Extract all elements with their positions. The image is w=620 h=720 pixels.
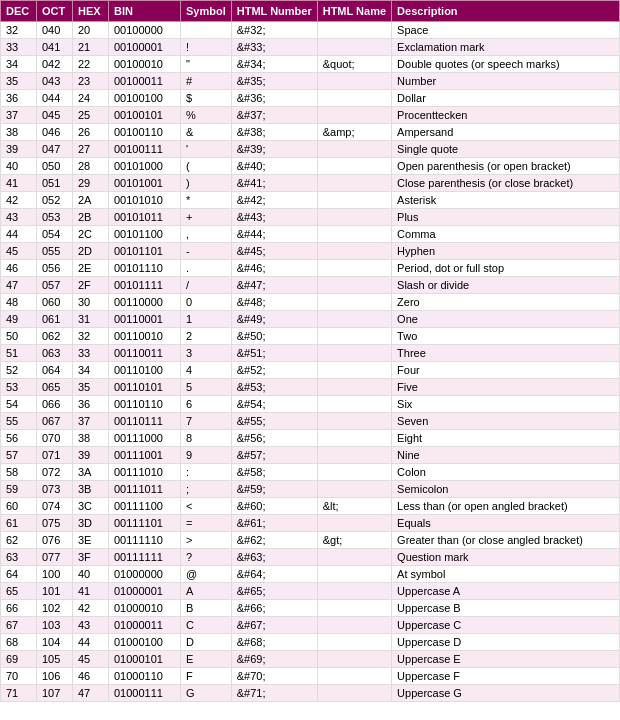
table-cell: 61: [1, 515, 37, 532]
table-cell: ?: [181, 549, 232, 566]
table-cell: 3D: [73, 515, 109, 532]
table-cell: 056: [37, 260, 73, 277]
table-row: 360442400100100$&#36;Dollar: [1, 90, 620, 107]
table-cell: 045: [37, 107, 73, 124]
table-cell: 68: [1, 634, 37, 651]
table-cell: [317, 413, 391, 430]
table-cell: &#57;: [231, 447, 317, 464]
table-cell: 01000011: [109, 617, 181, 634]
table-cell: 27: [73, 141, 109, 158]
table-row: 5306535001101015&#53;Five: [1, 379, 620, 396]
table-cell: 60: [1, 498, 37, 515]
table-row: 330412100100001!&#33;Exclamation mark: [1, 39, 620, 56]
table-cell: Comma: [392, 226, 620, 243]
table-cell: 52: [1, 362, 37, 379]
table-cell: &#48;: [231, 294, 317, 311]
table-cell: [317, 617, 391, 634]
table-cell: #: [181, 73, 232, 90]
table-cell: &#58;: [231, 464, 317, 481]
table-row: 590733B00111011;&#59;Semicolon: [1, 481, 620, 498]
table-cell: 55: [1, 413, 37, 430]
table-row: 651014101000001A&#65;Uppercase A: [1, 583, 620, 600]
table-row: 620763E00111110>&#62;&gt;Greater than (o…: [1, 532, 620, 549]
table-row: 661024201000010B&#66;Uppercase B: [1, 600, 620, 617]
table-cell: 00111001: [109, 447, 181, 464]
table-cell: 103: [37, 617, 73, 634]
table-cell: 49: [1, 311, 37, 328]
table-cell: 2B: [73, 209, 109, 226]
table-cell: 45: [1, 243, 37, 260]
header-bin: BIN: [109, 1, 181, 22]
table-row: 5206434001101004&#52;Four: [1, 362, 620, 379]
table-cell: &lt;: [317, 498, 391, 515]
table-cell: 00101111: [109, 277, 181, 294]
table-cell: 30: [73, 294, 109, 311]
table-cell: &#56;: [231, 430, 317, 447]
header-hex: HEX: [73, 1, 109, 22]
table-cell: 65: [1, 583, 37, 600]
table-cell: 26: [73, 124, 109, 141]
table-cell: A: [181, 583, 232, 600]
table-cell: &#46;: [231, 260, 317, 277]
table-cell: >: [181, 532, 232, 549]
table-cell: 33: [1, 39, 37, 56]
table-cell: 00100110: [109, 124, 181, 141]
table-cell: 71: [1, 685, 37, 702]
table-row: 610753D00111101=&#61;Equals: [1, 515, 620, 532]
table-cell: 44: [73, 634, 109, 651]
table-cell: One: [392, 311, 620, 328]
table-cell: &#47;: [231, 277, 317, 294]
table-cell: 00110100: [109, 362, 181, 379]
table-cell: Double quotes (or speech marks): [392, 56, 620, 73]
table-cell: Uppercase C: [392, 617, 620, 634]
table-cell: Hyphen: [392, 243, 620, 260]
table-cell: 067: [37, 413, 73, 430]
table-cell: 050: [37, 158, 73, 175]
table-cell: =: [181, 515, 232, 532]
table-cell: 106: [37, 668, 73, 685]
table-cell: !: [181, 39, 232, 56]
table-cell: &#33;: [231, 39, 317, 56]
table-cell: 00100100: [109, 90, 181, 107]
table-cell: 70: [1, 668, 37, 685]
table-cell: [317, 243, 391, 260]
table-cell: 00101110: [109, 260, 181, 277]
table-cell: 070: [37, 430, 73, 447]
table-row: 4906131001100011&#49;One: [1, 311, 620, 328]
table-cell: C: [181, 617, 232, 634]
table-cell: &#64;: [231, 566, 317, 583]
table-cell: 69: [1, 651, 37, 668]
table-cell: 56: [1, 430, 37, 447]
table-cell: &#60;: [231, 498, 317, 515]
table-cell: &#50;: [231, 328, 317, 345]
table-cell: ,: [181, 226, 232, 243]
table-cell: &#65;: [231, 583, 317, 600]
table-cell: 052: [37, 192, 73, 209]
table-cell: Single quote: [392, 141, 620, 158]
table-cell: @: [181, 566, 232, 583]
table-cell: 31: [73, 311, 109, 328]
table-cell: Dollar: [392, 90, 620, 107]
table-cell: 36: [1, 90, 37, 107]
table-cell: Exclamation mark: [392, 39, 620, 56]
table-cell: 00111010: [109, 464, 181, 481]
table-cell: 00111000: [109, 430, 181, 447]
table-cell: G: [181, 685, 232, 702]
table-cell: 040: [37, 22, 73, 39]
table-row: 470572F00101111/&#47;Slash or divide: [1, 277, 620, 294]
table-cell: 58: [1, 464, 37, 481]
table-cell: 54: [1, 396, 37, 413]
table-cell: /: [181, 277, 232, 294]
table-cell: 64: [1, 566, 37, 583]
table-cell: 32: [1, 22, 37, 39]
table-row: 4806030001100000&#48;Zero: [1, 294, 620, 311]
table-cell: [317, 583, 391, 600]
table-cell: 42: [73, 600, 109, 617]
header-oct: OCT: [37, 1, 73, 22]
table-cell: 071: [37, 447, 73, 464]
table-cell: 5: [181, 379, 232, 396]
table-cell: 00111111: [109, 549, 181, 566]
table-cell: 054: [37, 226, 73, 243]
table-row: 440542C00101100,&#44;Comma: [1, 226, 620, 243]
table-cell: 064: [37, 362, 73, 379]
